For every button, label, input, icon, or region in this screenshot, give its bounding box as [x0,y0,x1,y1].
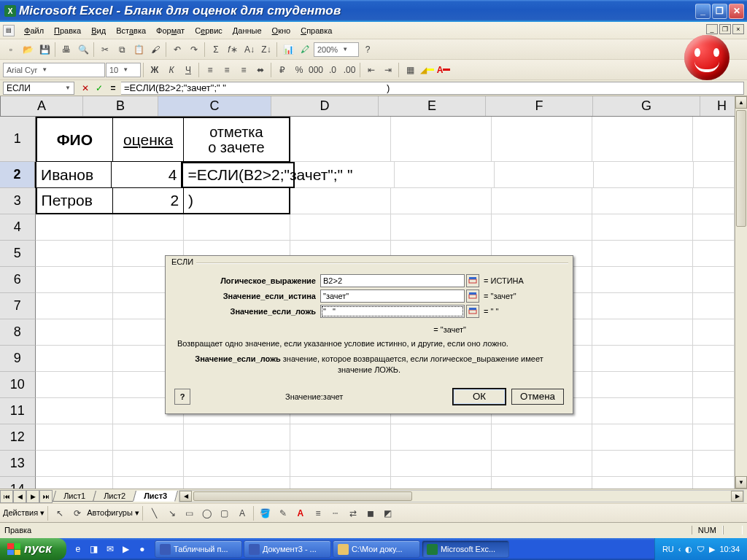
open-icon[interactable]: 📂 [20,42,36,58]
cell[interactable] [36,319,113,346]
row-head[interactable]: 11 [0,398,36,424]
sort-desc-icon[interactable]: Z↓ [258,42,274,58]
cell[interactable] [495,162,595,188]
tray-icon-2[interactable]: ◐ [685,545,692,554]
menu-edit[interactable]: Правка [49,24,86,37]
paste-icon[interactable]: 📋 [131,42,147,58]
tab-last-icon[interactable]: ⏭ [39,490,53,503]
comma-icon[interactable]: 000 [308,62,324,78]
cell[interactable] [592,398,693,424]
tray-icon-4[interactable]: ▶ [709,545,715,554]
cell[interactable] [592,267,693,293]
cell[interactable] [592,214,693,241]
input-if-true[interactable] [320,289,465,303]
col-head-B[interactable]: B [83,96,158,116]
tray-icon-1[interactable]: ‹ [678,545,681,553]
menu-window[interactable]: Окно [267,24,296,37]
percent-icon[interactable]: % [291,62,307,78]
tab-prev-icon[interactable]: ◀ [13,490,26,503]
input-logical-test[interactable] [320,274,465,287]
equals-icon[interactable]: = [107,82,119,94]
cell[interactable] [184,451,290,477]
row-head[interactable]: 4 [0,214,36,241]
name-box[interactable]: ЕСЛИ▼ [3,82,74,95]
cell[interactable] [290,424,391,451]
menu-insert[interactable]: Вставка [111,24,151,37]
ql-mail-icon[interactable]: ✉ [103,541,117,557]
align-center-icon[interactable]: ≡ [219,62,235,78]
actions-menu[interactable]: Действия ▾ [3,508,44,518]
chart-icon[interactable]: 📊 [280,42,296,58]
cell[interactable] [592,372,693,398]
cell[interactable]: ФИО [36,117,113,162]
bold-icon[interactable]: Ж [147,62,163,78]
dec-dec-icon[interactable]: .00 [341,62,357,78]
cell[interactable] [391,188,492,214]
select-icon[interactable]: ↖ [52,505,68,521]
redo-icon[interactable]: ↷ [186,42,202,58]
cell[interactable] [693,346,735,372]
menu-tools[interactable]: Сервис [190,24,228,37]
col-head-A[interactable]: A [1,96,83,116]
cancel-formula-icon[interactable]: ✕ [80,82,91,94]
sheet-tab-3[interactable]: Лист3 [133,491,178,502]
tab-first-icon[interactable]: ⏮ [0,490,13,503]
scroll-thumb[interactable] [736,110,746,227]
cell[interactable] [184,214,290,241]
cell[interactable]: =ЕСЛИ(B2>2;"зачет";" " [182,162,295,188]
tray-icon-3[interactable]: 🛡 [697,545,705,553]
row-head[interactable]: 1 [0,117,36,162]
fill-icon[interactable]: 🪣 [258,505,274,521]
col-head-F[interactable]: F [486,96,593,116]
restore-button[interactable]: ❐ [712,4,727,19]
hscroll-thumb[interactable] [193,491,412,501]
shadow-icon[interactable]: ◼ [363,505,379,521]
cell[interactable]: 2 [113,188,184,214]
cell[interactable] [693,214,735,241]
row-head[interactable]: 5 [0,241,36,267]
cell[interactable]: Петров [36,188,113,214]
cell[interactable] [492,117,592,162]
cell[interactable] [693,188,735,214]
scroll-right-icon[interactable]: ▶ [731,491,743,502]
col-head-G[interactable]: G [593,96,700,116]
enter-formula-icon[interactable]: ✓ [93,82,105,94]
3d-icon[interactable]: ◩ [380,505,396,521]
cell[interactable] [694,162,735,188]
indent-inc-icon[interactable]: ⇥ [380,62,396,78]
cell[interactable] [594,162,694,188]
line-color-icon[interactable]: ✎ [275,505,291,521]
cell[interactable] [290,451,391,477]
cell[interactable] [391,477,492,489]
col-head-C[interactable]: C [158,96,271,116]
cell[interactable] [693,117,735,162]
task-word[interactable]: Табличный п... [155,540,242,558]
cell[interactable] [592,424,693,451]
mdi-minimize-button[interactable]: _ [706,24,718,34]
cell[interactable] [36,372,113,398]
scroll-up-icon[interactable]: ▲ [735,96,747,109]
row-head[interactable]: 2 [0,162,35,188]
cell[interactable]: оценка [113,117,184,162]
cell[interactable] [693,477,735,489]
cell[interactable] [113,424,184,451]
zoom-combo[interactable]: 200%▼ [314,42,359,57]
ref-button-test[interactable] [466,274,479,287]
cell[interactable] [290,214,391,241]
cell[interactable] [592,293,693,319]
undo-icon[interactable]: ↶ [169,42,185,58]
cell[interactable]: ) [184,188,290,214]
print-icon[interactable]: 🖶 [58,42,74,58]
cell[interactable] [592,241,693,267]
cell[interactable] [113,451,184,477]
ok-button[interactable]: ОК [453,389,506,405]
row-head[interactable]: 6 [0,267,36,293]
merge-icon[interactable]: ⬌ [252,62,268,78]
arrow-icon[interactable]: ↘ [164,505,180,521]
ref-button-false[interactable] [466,305,479,318]
cell[interactable] [36,424,113,451]
sheet-tab-2[interactable]: Лист2 [93,491,136,502]
start-button[interactable]: пуск [0,538,66,560]
cell[interactable] [693,293,735,319]
new-icon[interactable]: ▫ [3,42,19,58]
